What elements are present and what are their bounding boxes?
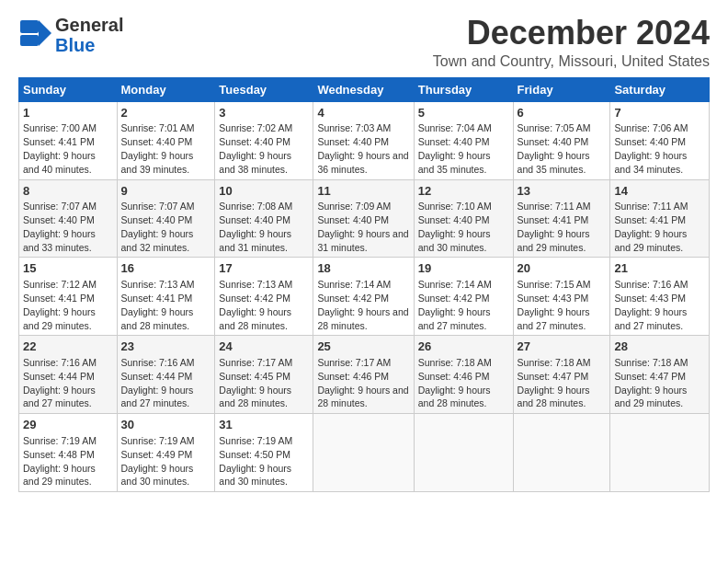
day-number: 27: [518, 339, 607, 355]
calendar-cell: 4Sunrise: 7:03 AMSunset: 4:40 PMDaylight…: [313, 101, 414, 179]
day-info: Sunrise: 7:00 AMSunset: 4:41 PMDaylight:…: [23, 122, 97, 175]
day-info: Sunrise: 7:16 AMSunset: 4:44 PMDaylight:…: [121, 357, 195, 409]
day-number: 19: [418, 260, 509, 277]
day-info: Sunrise: 7:17 AMSunset: 4:46 PMDaylight:…: [317, 357, 408, 409]
calendar-week-4: 22Sunrise: 7:16 AMSunset: 4:44 PMDayligh…: [19, 336, 710, 414]
month-title: December 2024: [433, 15, 710, 52]
day-info: Sunrise: 7:12 AMSunset: 4:41 PMDaylight:…: [23, 279, 97, 331]
calendar-cell: 5Sunrise: 7:04 AMSunset: 4:40 PMDaylight…: [414, 101, 513, 179]
day-number: 12: [418, 183, 509, 200]
day-info: Sunrise: 7:09 AMSunset: 4:40 PMDaylight:…: [317, 201, 408, 253]
day-info: Sunrise: 7:11 AMSunset: 4:41 PMDaylight:…: [518, 201, 591, 253]
day-number: 16: [121, 260, 211, 277]
day-number: 23: [121, 339, 211, 355]
calendar-cell: 6Sunrise: 7:05 AMSunset: 4:40 PMDaylight…: [513, 101, 610, 179]
col-thursday: Thursday: [414, 77, 513, 101]
calendar-cell: 12Sunrise: 7:10 AMSunset: 4:40 PMDayligh…: [414, 179, 513, 258]
day-info: Sunrise: 7:14 AMSunset: 4:42 PMDaylight:…: [418, 279, 492, 331]
logo-icon: [18, 17, 51, 53]
calendar-cell: 16Sunrise: 7:13 AMSunset: 4:41 PMDayligh…: [117, 258, 215, 336]
calendar-cell: [610, 414, 710, 492]
col-sunday: Sunday: [19, 77, 118, 101]
day-info: Sunrise: 7:01 AMSunset: 4:40 PMDaylight:…: [121, 122, 195, 175]
day-number: 18: [317, 260, 409, 277]
day-info: Sunrise: 7:19 AMSunset: 4:49 PMDaylight:…: [121, 435, 195, 488]
col-wednesday: Wednesday: [313, 77, 414, 101]
day-number: 28: [614, 339, 705, 355]
day-number: 21: [614, 260, 705, 277]
location-title: Town and Country, Missouri, United State…: [433, 53, 710, 70]
day-number: 1: [23, 105, 113, 121]
day-number: 30: [121, 417, 211, 433]
day-number: 4: [317, 105, 409, 121]
svg-rect-0: [20, 20, 39, 33]
calendar-cell: 18Sunrise: 7:14 AMSunset: 4:42 PMDayligh…: [313, 258, 414, 336]
day-number: 17: [219, 260, 309, 277]
calendar-cell: 17Sunrise: 7:13 AMSunset: 4:42 PMDayligh…: [215, 258, 313, 336]
day-number: 5: [418, 105, 509, 121]
calendar-header-row: SundayMondayTuesdayWednesdayThursdayFrid…: [19, 77, 710, 101]
col-monday: Monday: [117, 77, 215, 101]
day-number: 3: [219, 105, 309, 121]
day-number: 22: [23, 339, 113, 355]
day-number: 26: [418, 339, 509, 355]
calendar-cell: 28Sunrise: 7:18 AMSunset: 4:47 PMDayligh…: [610, 336, 710, 414]
day-number: 7: [614, 105, 705, 121]
calendar-cell: 7Sunrise: 7:06 AMSunset: 4:40 PMDaylight…: [610, 101, 710, 179]
calendar-week-5: 29Sunrise: 7:19 AMSunset: 4:48 PMDayligh…: [19, 414, 710, 492]
day-info: Sunrise: 7:16 AMSunset: 4:43 PMDaylight:…: [614, 279, 688, 331]
calendar-cell: 14Sunrise: 7:11 AMSunset: 4:41 PMDayligh…: [610, 179, 710, 258]
day-info: Sunrise: 7:05 AMSunset: 4:40 PMDaylight:…: [518, 122, 591, 175]
day-number: 20: [518, 260, 607, 277]
svg-rect-2: [20, 35, 39, 46]
day-info: Sunrise: 7:15 AMSunset: 4:43 PMDaylight:…: [518, 279, 591, 331]
day-info: Sunrise: 7:14 AMSunset: 4:42 PMDaylight:…: [317, 279, 408, 331]
calendar-cell: 8Sunrise: 7:07 AMSunset: 4:40 PMDaylight…: [19, 179, 118, 258]
day-info: Sunrise: 7:07 AMSunset: 4:40 PMDaylight:…: [23, 201, 97, 253]
day-number: 2: [121, 105, 211, 121]
calendar-cell: 3Sunrise: 7:02 AMSunset: 4:40 PMDaylight…: [215, 101, 313, 179]
svg-marker-1: [39, 20, 51, 46]
calendar-cell: 31Sunrise: 7:19 AMSunset: 4:50 PMDayligh…: [215, 414, 313, 492]
calendar-cell: 1Sunrise: 7:00 AMSunset: 4:41 PMDaylight…: [19, 101, 118, 179]
calendar-page: General Blue December 2024 Town and Coun…: [0, 0, 728, 563]
day-info: Sunrise: 7:02 AMSunset: 4:40 PMDaylight:…: [219, 122, 292, 175]
calendar-cell: 19Sunrise: 7:14 AMSunset: 4:42 PMDayligh…: [414, 258, 513, 336]
day-info: Sunrise: 7:18 AMSunset: 4:47 PMDaylight:…: [614, 357, 688, 409]
day-info: Sunrise: 7:07 AMSunset: 4:40 PMDaylight:…: [121, 201, 195, 253]
day-info: Sunrise: 7:10 AMSunset: 4:40 PMDaylight:…: [418, 201, 492, 253]
title-block: December 2024 Town and Country, Missouri…: [433, 15, 710, 70]
calendar-cell: 25Sunrise: 7:17 AMSunset: 4:46 PMDayligh…: [313, 336, 414, 414]
calendar-cell: 9Sunrise: 7:07 AMSunset: 4:40 PMDaylight…: [117, 179, 215, 258]
day-info: Sunrise: 7:18 AMSunset: 4:46 PMDaylight:…: [418, 357, 492, 409]
calendar-cell: 2Sunrise: 7:01 AMSunset: 4:40 PMDaylight…: [117, 101, 215, 179]
day-number: 8: [23, 183, 113, 200]
day-number: 9: [121, 183, 211, 200]
day-number: 24: [219, 339, 309, 355]
day-number: 13: [518, 183, 607, 200]
page-header: General Blue December 2024 Town and Coun…: [18, 15, 710, 70]
day-number: 14: [614, 183, 705, 200]
day-info: Sunrise: 7:17 AMSunset: 4:45 PMDaylight:…: [219, 357, 292, 409]
day-number: 15: [23, 260, 113, 277]
logo-general: General: [55, 15, 123, 35]
day-number: 11: [317, 183, 409, 200]
day-info: Sunrise: 7:13 AMSunset: 4:41 PMDaylight:…: [121, 279, 195, 331]
logo-blue: Blue: [55, 35, 95, 55]
calendar-table: SundayMondayTuesdayWednesdayThursdayFrid…: [18, 77, 710, 493]
col-friday: Friday: [513, 77, 610, 101]
day-info: Sunrise: 7:19 AMSunset: 4:50 PMDaylight:…: [219, 435, 292, 488]
day-info: Sunrise: 7:18 AMSunset: 4:47 PMDaylight:…: [518, 357, 591, 409]
calendar-cell: 20Sunrise: 7:15 AMSunset: 4:43 PMDayligh…: [513, 258, 610, 336]
day-info: Sunrise: 7:04 AMSunset: 4:40 PMDaylight:…: [418, 122, 492, 175]
calendar-week-3: 15Sunrise: 7:12 AMSunset: 4:41 PMDayligh…: [19, 258, 710, 336]
calendar-cell: [513, 414, 610, 492]
calendar-cell: 21Sunrise: 7:16 AMSunset: 4:43 PMDayligh…: [610, 258, 710, 336]
calendar-cell: [414, 414, 513, 492]
calendar-cell: 29Sunrise: 7:19 AMSunset: 4:48 PMDayligh…: [19, 414, 118, 492]
calendar-cell: 11Sunrise: 7:09 AMSunset: 4:40 PMDayligh…: [313, 179, 414, 258]
col-tuesday: Tuesday: [215, 77, 313, 101]
calendar-week-1: 1Sunrise: 7:00 AMSunset: 4:41 PMDaylight…: [19, 101, 710, 179]
day-info: Sunrise: 7:16 AMSunset: 4:44 PMDaylight:…: [23, 357, 97, 409]
logo: General Blue: [18, 15, 123, 55]
